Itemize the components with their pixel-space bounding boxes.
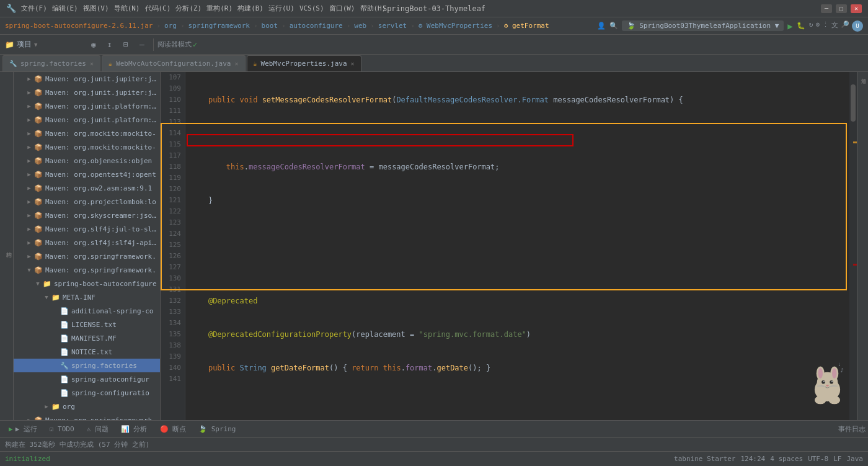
dropdown-arrow[interactable]: ▼ — [34, 42, 37, 48]
package-icon: 📦 — [33, 143, 43, 151]
build-menu[interactable]: 构建(B) — [237, 4, 264, 13]
tab-label: spring.factories — [20, 60, 86, 68]
sidebar-item[interactable]: ▶ 📦 Maven: org.ow2.asm:asm:9.1 — [14, 181, 160, 195]
run-config-selector[interactable]: 🍃 SpringBoot03ThymeleafApplication ▼ — [622, 20, 784, 31]
profile-icon[interactable]: 👤 — [597, 22, 606, 30]
refactor-menu[interactable]: 重构(R) — [206, 4, 232, 13]
breadcrumb-webmvcproperties[interactable]: ⚙ WebMvcProperties — [418, 22, 492, 30]
maximize-button[interactable]: □ — [836, 4, 847, 13]
code-lines: public void setMessageCodesResolverForma… — [185, 72, 857, 420]
encoding-status[interactable]: UTF-8 — [808, 455, 828, 463]
scrollbar-thumb[interactable] — [851, 84, 856, 122]
sidebar-item-spring-configuration[interactable]: 📄 spring-configuratio — [14, 386, 160, 400]
sidebar-item[interactable]: ▶ 📦 Maven: org.mockito:mockito- — [14, 127, 160, 140]
view-menu[interactable]: 视图(V) — [83, 4, 109, 13]
tab-close[interactable]: ✕ — [90, 60, 94, 67]
spring-tab[interactable]: 🍃 Spring — [192, 421, 242, 437]
analyze-menu[interactable]: 分析(Z) — [175, 4, 202, 13]
breakpoints-tab[interactable]: 🔴 断点 — [154, 421, 193, 437]
package-icon: 📦 — [33, 157, 43, 165]
sidebar-item[interactable]: ▶ 📦 Maven: org.junit.platform:juni — [14, 99, 160, 113]
edit-menu[interactable]: 编辑(E) — [52, 4, 78, 13]
package-icon: 📦 — [33, 253, 43, 261]
sidebar-item-additional[interactable]: 📄 additional-spring-co — [14, 304, 160, 318]
hide-btn[interactable]: — — [135, 37, 149, 52]
tab-close[interactable]: ✕ — [234, 60, 238, 67]
sidebar-item-spring-factories[interactable]: 🔧 spring.factories — [14, 359, 160, 372]
structure-tab[interactable]: 结构 — [5, 245, 13, 250]
breadcrumb-springframework[interactable]: springframework — [188, 22, 250, 30]
tabnine-status[interactable]: tabnine Starter — [674, 455, 735, 463]
minimize-button[interactable]: ─ — [821, 4, 832, 13]
run-menu[interactable]: 运行(U) — [268, 4, 294, 13]
sidebar-item[interactable]: ▶ 📦 Maven: org.junit.jupiter:junit- — [14, 86, 160, 99]
collapse-btn[interactable]: ⊟ — [118, 37, 133, 52]
todo-tab[interactable]: ☑ TODO — [43, 421, 81, 437]
title-bar-left: 🔧 文件(F) 编辑(E) 视图(V) 导航(N) 代码(C) 分析(Z) 重构… — [6, 4, 386, 13]
problems-tab[interactable]: ⚠ 问题 — [81, 421, 115, 437]
close-button[interactable]: ✕ — [851, 4, 862, 13]
sidebar-item[interactable]: ▶ 📦 Maven: org.junit.platform:juni — [14, 113, 160, 127]
sidebar-item-notice[interactable]: 📄 NOTICE.txt — [14, 345, 160, 359]
sidebar-item-autoconfigure[interactable]: ▼ 📁 spring-boot-autoconfigure — [14, 277, 160, 290]
scrollbar-track[interactable] — [849, 72, 857, 420]
sidebar-item[interactable]: ▶ 📦 Maven: org.junit.jupiter:junit- — [14, 72, 160, 86]
refresh-icon[interactable]: ↻ — [809, 20, 813, 32]
sidebar-item-license[interactable]: 📄 LICENSE.txt — [14, 318, 160, 331]
sidebar-item-org[interactable]: ▶ 📁 org — [14, 400, 160, 413]
tab-close[interactable]: ✕ — [351, 60, 355, 67]
sort-btn[interactable]: ↕ — [102, 37, 117, 52]
sidebar-item-spring-autoconfigure[interactable]: 📄 spring-autoconfigur — [14, 372, 160, 386]
reader-mode-label[interactable]: 阅读器模式 — [157, 40, 192, 49]
initialized-status: initialized — [5, 455, 50, 463]
breadcrumb-servlet[interactable]: servlet — [378, 22, 407, 30]
vcs-menu[interactable]: VCS(S) — [299, 4, 324, 12]
title-bar-controls: ─ □ ✕ — [821, 4, 862, 13]
tab-spring-factories[interactable]: 🔧 spring.factories ✕ — [2, 55, 100, 71]
sidebar-item[interactable]: ▶ 📦 Maven: org.springframework. — [14, 249, 160, 263]
tab-label: WebMvcAutoConfiguration.java — [116, 60, 231, 68]
panel-icon: 📁 — [5, 40, 14, 49]
avatar-icon[interactable]: U — [852, 20, 863, 32]
event-log-tab[interactable]: 事件日志 — [838, 424, 866, 434]
sidebar-item[interactable]: ▶ 📦 Maven: org.projectlombok:lo — [14, 195, 160, 208]
sidebar-item[interactable]: ▶ 📦 Maven: org.slf4j:jul-to-slf4j:1. — [14, 222, 160, 236]
code-menu[interactable]: 代码(C) — [145, 4, 171, 13]
run-tab[interactable]: ▶ ▶ 运行 — [2, 421, 43, 437]
tab-webmvcautoconfiguration[interactable]: ☕ WebMvcAutoConfiguration.java ✕ — [102, 55, 246, 71]
sidebar-item-metainf[interactable]: ▼ 📁 META-INF — [14, 290, 160, 304]
position-status[interactable]: 124:24 — [740, 455, 765, 463]
breadcrumb-autoconfigure[interactable]: autoconfigure — [290, 22, 343, 30]
breadcrumb-boot[interactable]: boot — [262, 22, 278, 30]
file-menu[interactable]: 文件(F) — [21, 4, 47, 13]
sidebar-item[interactable]: ▶ 📦 Maven: org.opentest4j:opent — [14, 168, 160, 181]
tab-webmvcproperties[interactable]: ☕ WebMvcProperties.java ✕ — [247, 55, 361, 71]
breadcrumb-org[interactable]: org — [164, 22, 177, 30]
sidebar-item[interactable]: ▶ 📦 Maven: org.mockito:mockito- — [14, 140, 160, 154]
window-menu[interactable]: 窗口(W) — [329, 4, 355, 13]
debug-button[interactable]: 🐛 — [797, 22, 805, 30]
sidebar-item-manifest[interactable]: 📄 MANIFEST.MF — [14, 331, 160, 345]
breadcrumb-getformat[interactable]: ⚙ getFormat — [504, 22, 549, 30]
magnify-icon[interactable]: 🔎 — [841, 20, 849, 32]
sidebar-item[interactable]: ▶ 📦 Maven: org.skyscreamer:jsona — [14, 208, 160, 222]
sidebar-item-expanded[interactable]: ▼ 📦 Maven: org.springframework. — [14, 263, 160, 277]
code-editor[interactable]: 107 109 110 111 113 114 115 117 118 119 … — [161, 72, 857, 420]
search-icon[interactable]: 🔍 — [609, 22, 618, 30]
sidebar-item[interactable]: ▶ 📦 Maven: org.springframework. — [14, 413, 160, 420]
linesep-status[interactable]: LF — [833, 455, 841, 463]
scope-btn[interactable]: ◉ — [86, 37, 101, 52]
translate-icon[interactable]: 文 — [831, 20, 838, 32]
sidebar-item[interactable]: ▶ 📦 Maven: org.objenesis:objen — [14, 154, 160, 168]
package-icon: 📦 — [33, 130, 43, 138]
indent-status[interactable]: 4 spaces — [770, 455, 803, 463]
sidebar[interactable]: ▶ 📦 Maven: org.junit.jupiter:junit- ▶ 📦 … — [14, 72, 161, 420]
more-icon[interactable]: ⋮ — [822, 20, 829, 32]
analysis-tab[interactable]: 📊 分析 — [115, 421, 154, 437]
breadcrumb-jar[interactable]: spring-boot-autoconfigure-2.6.11.jar — [5, 22, 153, 30]
run-button[interactable]: ▶ — [787, 21, 792, 31]
sidebar-item[interactable]: ▶ 📦 Maven: org.slf4j:slf4j-api:1.7.3 — [14, 236, 160, 249]
settings-icon[interactable]: ⚙ — [815, 20, 820, 32]
breadcrumb-web[interactable]: web — [354, 22, 366, 30]
nav-menu[interactable]: 导航(N) — [114, 4, 140, 13]
